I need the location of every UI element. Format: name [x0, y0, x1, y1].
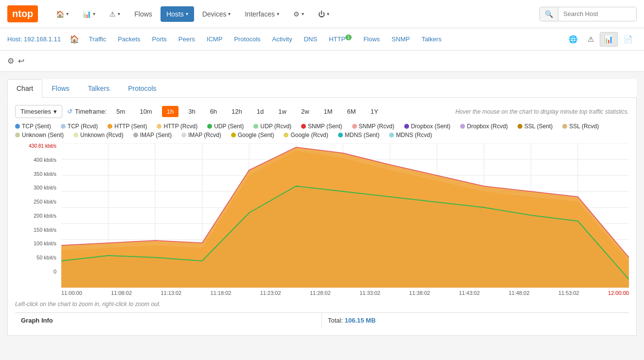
- hosts-caret: ▾: [186, 11, 188, 17]
- nav-flows[interactable]: Flows: [128, 6, 158, 22]
- legend-tcp-rcvd: TCP (Rcvd): [61, 123, 98, 130]
- legend-udp-rcvd: UDP (Rcvd): [253, 123, 291, 130]
- x-label-11: 12:00:00: [608, 290, 629, 296]
- chart-svg-wrapper: 430.81 kbit/s 400 kbit/s 350 kbit/s 300 …: [15, 143, 629, 289]
- legend-label-snmp-sent: SNMP (Sent): [308, 123, 342, 130]
- sub-nav-traffic[interactable]: Traffic: [83, 33, 112, 46]
- legend-dot-mdns-rcvd: [389, 133, 394, 137]
- devices-caret: ▾: [228, 11, 231, 17]
- legend-dot-http-rcvd: [157, 124, 161, 129]
- nav-alerts[interactable]: ⚠ ▾: [104, 6, 126, 22]
- search-input[interactable]: [558, 7, 636, 20]
- legend-dot-unknown-rcvd: [73, 133, 78, 137]
- graph-total: Total: 106.15 MB: [322, 313, 629, 328]
- sub-nav-protocols[interactable]: Protocols: [228, 33, 266, 46]
- legend-label-mdns-sent: MDNS (Sent): [345, 132, 379, 138]
- legend-snmp-rcvd: SNMP (Rcvd): [352, 123, 394, 130]
- alerts-caret: ▾: [118, 11, 120, 17]
- timeseries-dropdown[interactable]: Timeseries ▾: [15, 105, 62, 118]
- legend-label-http-sent: HTTP (Sent): [114, 123, 147, 130]
- nav-dashboards[interactable]: 📊 ▾: [77, 6, 101, 22]
- search-box: 🔍: [539, 7, 637, 21]
- legend-dot-dropbox-sent: [404, 124, 409, 129]
- tf-2w[interactable]: 2w: [296, 106, 314, 117]
- nav-home[interactable]: 🏠 ▾: [50, 6, 74, 22]
- tf-10m[interactable]: 10m: [135, 106, 157, 117]
- timeseries-label: Timeseries: [20, 108, 51, 115]
- legend-unknown-sent: Unknown (Sent): [15, 132, 64, 138]
- tf-3h[interactable]: 3h: [183, 106, 200, 117]
- chart-hint: Hover the mouse on the chart to display …: [455, 108, 629, 115]
- tf-6h[interactable]: 6h: [205, 106, 222, 117]
- globe-icon[interactable]: 🌐: [565, 33, 582, 46]
- x-label-4: 11:23:02: [260, 290, 281, 296]
- legend-imap-rcvd: IMAP (Rcvd): [181, 132, 221, 138]
- legend-label-udp-sent: UDP (Sent): [214, 123, 244, 130]
- sub-nav-dns[interactable]: DNS: [298, 33, 323, 46]
- gear-button[interactable]: ⚙: [7, 56, 14, 66]
- tab-protocols[interactable]: Protocols: [119, 79, 165, 98]
- legend-label-google-sent: Google (Sent): [238, 132, 274, 138]
- legend-label-imap-sent: IMAP (Sent): [140, 132, 172, 138]
- document-icon[interactable]: 📄: [620, 33, 637, 46]
- sub-nav-activity[interactable]: Activity: [267, 33, 298, 46]
- tab-talkers[interactable]: Talkers: [79, 79, 119, 98]
- tf-1Y[interactable]: 1Y: [366, 106, 383, 117]
- chart-controls: Timeseries ▾ ↺ Timeframe: 5m 10m 1h 3h 6…: [15, 105, 629, 118]
- tf-1M[interactable]: 1M: [319, 106, 338, 117]
- host-home-icon[interactable]: 🏠: [66, 33, 83, 46]
- sub-nav-packets[interactable]: Packets: [112, 33, 146, 46]
- tf-5m[interactable]: 5m: [111, 106, 130, 117]
- tab-flows[interactable]: Flows: [42, 79, 79, 98]
- tab-bar: Chart Flows Talkers Protocols: [7, 79, 637, 98]
- legend-dot-udp-rcvd: [253, 124, 258, 129]
- peers-label: Peers: [179, 35, 195, 43]
- chart-icon[interactable]: 📊: [600, 32, 618, 47]
- legend-udp-sent: UDP (Sent): [207, 123, 244, 130]
- nav-interfaces[interactable]: Interfaces ▾: [239, 6, 285, 22]
- y-label-100: 100 kbit/s: [34, 240, 56, 246]
- sub-nav-snmp[interactable]: SNMP: [386, 33, 416, 46]
- legend-dropbox-rcvd: Dropbox (Rcvd): [460, 123, 508, 130]
- http-sent-area: [61, 147, 629, 288]
- nav-hosts[interactable]: Hosts ▾: [161, 6, 194, 22]
- sub-nav-right-icons: 🌐 ⚠ 📊 📄: [565, 32, 637, 47]
- dropdown-caret: ▾: [54, 108, 57, 115]
- search-button[interactable]: 🔍: [540, 7, 558, 21]
- sub-nav-peers[interactable]: Peers: [173, 33, 201, 46]
- interfaces-caret: ▾: [277, 11, 279, 17]
- flows-sub-label: Flows: [363, 35, 380, 43]
- devices-label: Devices: [202, 10, 227, 18]
- legend-label-unknown-rcvd: Unknown (Rcvd): [80, 132, 124, 138]
- ports-label: Ports: [152, 35, 167, 43]
- legend-google-sent: Google (Sent): [231, 132, 274, 138]
- nav-devices[interactable]: Devices ▾: [197, 6, 237, 22]
- sub-nav-flows[interactable]: Flows: [358, 33, 386, 46]
- dashboards-icon: 📊: [83, 10, 91, 18]
- brand-logo[interactable]: ntop: [7, 5, 38, 22]
- legend-dot-imap-rcvd: [181, 133, 186, 137]
- tf-1d[interactable]: 1d: [252, 106, 268, 117]
- sub-nav-ports[interactable]: Ports: [146, 33, 173, 46]
- sub-nav-icmp[interactable]: ICMP: [201, 33, 229, 46]
- nav-power[interactable]: ⏻ ▾: [312, 6, 335, 22]
- tab-chart[interactable]: Chart: [7, 79, 42, 98]
- nav-settings[interactable]: ⚙ ▾: [287, 6, 310, 22]
- bottom-info: Left-click on the chart to zoom in, righ…: [15, 301, 629, 308]
- tf-1w[interactable]: 1w: [273, 106, 291, 117]
- x-label-9: 11:48:02: [509, 290, 530, 296]
- back-button[interactable]: ↩: [18, 56, 24, 66]
- chart-svg[interactable]: [61, 143, 629, 289]
- tf-1h[interactable]: 1h: [162, 106, 179, 117]
- tf-6M[interactable]: 6M: [342, 106, 361, 117]
- warning-icon[interactable]: ⚠: [584, 33, 598, 46]
- sub-nav-talkers[interactable]: Talkers: [416, 33, 447, 46]
- brand-text: ntop: [12, 8, 33, 19]
- hosts-label: Hosts: [166, 10, 184, 18]
- traffic-label: Traffic: [89, 35, 106, 43]
- sub-nav-http[interactable]: HTTP1: [323, 32, 358, 46]
- refresh-icon: ↺: [67, 108, 72, 115]
- legend-label-snmp-rcvd: SNMP (Rcvd): [359, 123, 394, 130]
- tf-12h[interactable]: 12h: [227, 106, 247, 117]
- legend-http-rcvd: HTTP (Rcvd): [157, 123, 197, 130]
